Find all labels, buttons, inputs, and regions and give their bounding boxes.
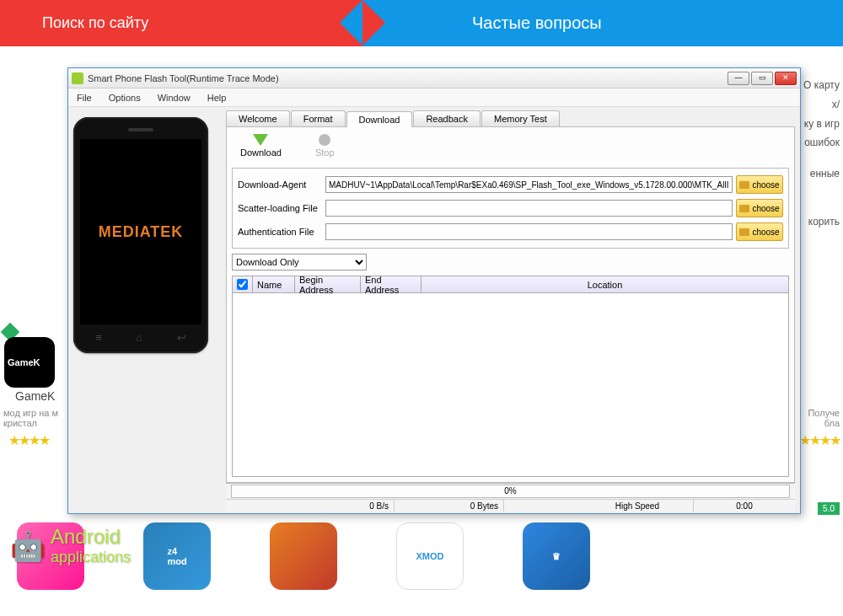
table-header: Name Begin Address End Address Location bbox=[233, 276, 788, 293]
file-selection-group: Download-Agent choose Scatter-loading Fi… bbox=[232, 168, 789, 249]
auth-file-row: Authentication File choose bbox=[238, 222, 783, 241]
download-mode-select[interactable]: Download Only bbox=[232, 254, 367, 271]
download-agent-label: Download-Agent bbox=[238, 179, 322, 190]
choose-label: choose bbox=[752, 228, 779, 237]
tab-download[interactable]: Download bbox=[346, 111, 413, 127]
tab-format[interactable]: Format bbox=[291, 110, 346, 126]
window-body: MEDIATEK ≡ ⌂ ↩ Welcome Format Download R… bbox=[68, 107, 800, 513]
tabstrip: Welcome Format Download Readback Memory … bbox=[226, 110, 795, 127]
phone-nav-buttons: ≡ ⌂ ↩ bbox=[78, 328, 203, 346]
app-tile-label: GameK bbox=[8, 357, 40, 367]
menu-file[interactable]: File bbox=[73, 91, 95, 104]
stop-icon bbox=[319, 134, 330, 146]
app-icon bbox=[72, 72, 83, 84]
col-name[interactable]: Name bbox=[253, 276, 295, 292]
search-banner-label: Поиск по сайту bbox=[42, 14, 148, 32]
main-panel: Welcome Format Download Readback Memory … bbox=[226, 110, 795, 512]
statusbar: 0% 0 B/s 0 Bytes High Speed 0:00 bbox=[226, 483, 795, 512]
phone-brand-label: MEDIATEK bbox=[99, 223, 184, 241]
auth-file-label: Authentication File bbox=[238, 227, 322, 237]
menu-window[interactable]: Window bbox=[154, 91, 194, 104]
download-arrow-icon bbox=[253, 134, 268, 146]
menu-options[interactable]: Options bbox=[105, 91, 144, 104]
search-banner[interactable]: Поиск по сайту bbox=[0, 0, 362, 46]
close-button[interactable]: ✕ bbox=[775, 72, 797, 85]
rating-badge: 5.0 bbox=[818, 502, 840, 515]
menubar: File Options Window Help bbox=[68, 88, 800, 107]
maximize-button[interactable]: ▭ bbox=[751, 72, 773, 85]
logo-line1: Android bbox=[51, 525, 131, 549]
col-checkbox[interactable] bbox=[233, 276, 253, 292]
android-applications-logo: 🤖 Android applications bbox=[10, 525, 179, 566]
auth-file-input[interactable] bbox=[325, 223, 733, 240]
select-all-checkbox[interactable] bbox=[237, 279, 248, 290]
col-end-address[interactable]: End Address bbox=[361, 276, 422, 292]
sp-flash-tool-window: Smart Phone Flash Tool(Runtime Trace Mod… bbox=[67, 67, 801, 514]
app-subtitle-left: мод игр на м кристал bbox=[3, 408, 62, 428]
window-title: Smart Phone Flash Tool(Runtime Trace Mod… bbox=[88, 73, 728, 83]
faq-banner[interactable]: Частые вопросы bbox=[362, 0, 843, 46]
app-subtitle-right: Получе бла bbox=[797, 408, 840, 428]
col-begin-address[interactable]: Begin Address bbox=[295, 276, 361, 292]
col-location[interactable]: Location bbox=[422, 276, 788, 292]
window-controls: — ▭ ✕ bbox=[728, 72, 797, 85]
rating-stars-left: ★★★★ bbox=[8, 432, 49, 448]
download-panel: Download Stop Download-Agent choose Scat… bbox=[226, 127, 795, 483]
download-button-label: Download bbox=[240, 147, 282, 158]
titlebar[interactable]: Smart Phone Flash Tool(Runtime Trace Mod… bbox=[68, 68, 800, 88]
scatter-file-label: Scatter-loading File bbox=[238, 203, 322, 213]
choose-label: choose bbox=[752, 204, 779, 213]
status-row: 0 B/s 0 Bytes High Speed 0:00 bbox=[226, 499, 795, 512]
choose-agent-button[interactable]: choose bbox=[736, 175, 783, 194]
scatter-file-input[interactable] bbox=[325, 200, 733, 217]
rating-stars-right: ★★★★ bbox=[799, 432, 840, 448]
background-banners: Поиск по сайту Частые вопросы bbox=[0, 0, 843, 46]
app-title-gamekiller[interactable]: GameK bbox=[15, 389, 55, 403]
status-mode: High Speed bbox=[504, 500, 694, 512]
panel-toolbar: Download Stop bbox=[232, 132, 789, 163]
status-speed: 0 B/s bbox=[226, 500, 395, 512]
choose-label: choose bbox=[752, 180, 779, 190]
tab-welcome[interactable]: Welcome bbox=[226, 110, 290, 126]
partition-table: Name Begin Address End Address Location bbox=[232, 276, 789, 477]
stop-button-label: Stop bbox=[315, 147, 335, 158]
phone-screen: MEDIATEK bbox=[80, 139, 201, 324]
app-tile-gamekiller[interactable]: GameK bbox=[4, 337, 55, 388]
minimize-button[interactable]: — bbox=[728, 72, 749, 85]
choose-scatter-button[interactable]: choose bbox=[736, 199, 783, 217]
phone-mockup: MEDIATEK ≡ ⌂ ↩ bbox=[73, 117, 208, 353]
app-tile[interactable]: ♛ bbox=[523, 522, 590, 590]
download-agent-row: Download-Agent choose bbox=[238, 175, 783, 194]
phone-back-icon: ↩ bbox=[177, 331, 186, 344]
faq-banner-label: Частые вопросы bbox=[472, 13, 602, 33]
tab-memory-test[interactable]: Memory Test bbox=[481, 110, 560, 126]
status-bytes: 0 Bytes bbox=[395, 500, 504, 512]
phone-speaker bbox=[128, 128, 153, 131]
choose-auth-button[interactable]: choose bbox=[736, 222, 783, 241]
table-body-empty bbox=[233, 293, 788, 476]
phone-home-icon: ⌂ bbox=[136, 331, 142, 344]
tab-readback[interactable]: Readback bbox=[413, 110, 481, 126]
scatter-file-row: Scatter-loading File choose bbox=[238, 199, 783, 217]
download-agent-input[interactable] bbox=[325, 176, 733, 193]
phone-menu-icon: ≡ bbox=[95, 331, 102, 344]
progress-bar: 0% bbox=[231, 485, 790, 498]
app-tile[interactable] bbox=[270, 522, 337, 590]
download-button[interactable]: Download bbox=[240, 134, 282, 158]
logo-line2: applications bbox=[51, 549, 131, 566]
app-tile[interactable]: XMOD bbox=[396, 522, 464, 590]
status-time: 0:00 bbox=[694, 500, 795, 512]
phone-top bbox=[78, 124, 203, 136]
phone-preview-column: MEDIATEK ≡ ⌂ ↩ bbox=[73, 110, 221, 512]
download-mode-row: Download Only bbox=[232, 254, 789, 271]
menu-help[interactable]: Help bbox=[204, 91, 230, 104]
stop-button[interactable]: Stop bbox=[315, 134, 335, 158]
